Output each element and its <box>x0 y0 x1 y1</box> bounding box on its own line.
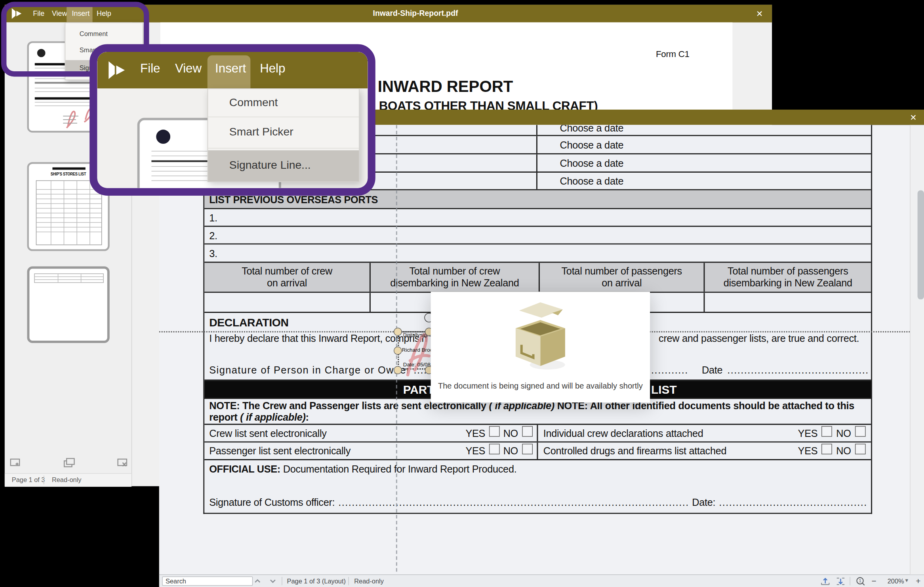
totals-header-cell: Total number of passengers on arrival <box>540 263 705 292</box>
resize-handle[interactable] <box>394 328 402 336</box>
divider <box>850 577 850 585</box>
form-number-label: Form C1 <box>656 49 690 59</box>
yes-checkbox[interactable] <box>821 444 832 454</box>
no-checkbox[interactable] <box>855 426 866 437</box>
divider <box>44 476 44 484</box>
official-use-label: OFFICIAL USE: <box>209 464 280 475</box>
declaration-dots: ........... <box>651 365 695 377</box>
yes-label: YES <box>465 446 485 457</box>
declaration-date-label: Date <box>702 365 722 377</box>
no-label: NO <box>836 446 851 457</box>
yes-checkbox[interactable] <box>489 444 500 454</box>
vertical-scrollbar[interactable] <box>910 125 924 574</box>
scrollbar-thumb[interactable] <box>918 191 924 299</box>
window-title: Inward-Ship-Report.pdf <box>373 9 458 17</box>
callout-menu-help: Help <box>260 61 285 76</box>
dialog-message: The document is being signed and will be… <box>431 381 650 390</box>
date-field[interactable]: Choose a date <box>560 140 623 152</box>
search-next-icon[interactable] <box>269 577 277 587</box>
zoom-level-label[interactable]: 200% <box>888 577 904 585</box>
customs-signature-label: Signature of Customs officer: <box>209 497 335 509</box>
copy-page-button[interactable] <box>63 457 76 472</box>
close-icon[interactable]: ✕ <box>756 9 763 18</box>
date-field[interactable]: Choose a date <box>560 175 623 187</box>
search-prev-icon[interactable] <box>253 577 262 587</box>
yes-label: YES <box>798 446 818 457</box>
totals-header-row: Total number of crew on arrival Total nu… <box>204 263 871 293</box>
banner-text-right: LIST <box>651 383 676 396</box>
actual-size-icon[interactable]: 1 <box>855 576 865 587</box>
zoom-in-button[interactable]: + <box>916 576 920 586</box>
checklist-label: Passenger list sent electronically <box>209 446 351 457</box>
resize-handle[interactable] <box>394 366 402 374</box>
no-label: NO <box>836 428 851 440</box>
callout-insert-dropdown: Comment Smart Picker Signature Line... <box>208 88 360 182</box>
fit-page-down-icon[interactable] <box>836 577 846 587</box>
page-status-label: Page 1 of 3 (Layout) <box>287 577 346 585</box>
port-row-number: 2. <box>209 231 217 242</box>
checklist-label: Crew list sent electronically <box>209 428 326 440</box>
close-icon[interactable]: ✕ <box>910 112 916 122</box>
app-logo-icon <box>107 59 130 83</box>
callout-menubar: File View Insert Help <box>97 52 368 88</box>
checklist-row: Crew list sent electronically YES NO Ind… <box>204 425 871 443</box>
delete-page-button[interactable] <box>117 457 130 472</box>
sidebar-readonly-badge: Read-only <box>52 476 82 483</box>
signer-name: Richard Brock <box>402 347 435 353</box>
callout-item-comment: Comment <box>229 96 278 109</box>
checklist-label: Controlled drugs and firearms list attac… <box>543 446 726 457</box>
callout-menu-view: View <box>175 61 202 76</box>
declaration-body-left: I hereby declare that this Inward Report… <box>209 333 427 345</box>
no-checkbox[interactable] <box>855 444 866 454</box>
no-label: NO <box>503 446 518 457</box>
callout-item-smart-picker: Smart Picker <box>229 126 293 139</box>
customs-signature-dots: ........................................… <box>338 497 688 509</box>
annotation-zoom-callout: File View Insert Help <box>90 44 375 196</box>
checklist-label: Individual crew declarations attached <box>543 428 703 440</box>
totals-header-cell: Total number of passengers disembarking … <box>705 263 871 292</box>
resize-handle[interactable] <box>394 347 402 355</box>
section-header-label: LIST PREVIOUS OVERSEAS PORTS <box>209 194 378 206</box>
page-thumbnail-3[interactable] <box>27 267 109 343</box>
add-page-button[interactable] <box>10 457 23 472</box>
official-use-section: OFFICIAL USE: Documentation Required for… <box>204 460 871 513</box>
port-row[interactable]: 3. <box>204 244 871 263</box>
yes-checkbox[interactable] <box>821 426 832 437</box>
port-row-number: 3. <box>209 248 217 260</box>
callout-menu-file: File <box>140 61 160 76</box>
divider <box>348 577 349 585</box>
report-title: INWARD REPORT <box>378 78 513 96</box>
note-italic: ( if applicable) <box>240 412 305 423</box>
search-input[interactable] <box>162 576 253 586</box>
fit-page-up-icon[interactable] <box>820 577 830 587</box>
svg-text:1: 1 <box>859 578 861 583</box>
port-row[interactable]: 2. <box>204 227 871 245</box>
banner-text-left: PART <box>403 383 434 396</box>
yes-checkbox[interactable] <box>489 426 500 437</box>
box-package-icon <box>505 300 576 379</box>
date-field[interactable]: Choose a date <box>560 158 623 170</box>
yes-label: YES <box>798 428 818 440</box>
date-field[interactable]: Choose a date <box>560 125 623 134</box>
customs-date-label: Date: <box>692 497 715 509</box>
customs-date-dots: ........................................… <box>719 497 866 509</box>
viewer-status-bar: Page 1 of 3 (Layout) Read-only 1 − 200% <box>159 575 924 587</box>
readonly-badge: Read-only <box>354 577 384 585</box>
port-row-number: 1. <box>209 213 217 225</box>
declaration-date-dots: ........................................… <box>727 365 867 377</box>
port-row[interactable]: 1. <box>204 209 871 227</box>
desktop: File View Insert Help Inward-Ship-Report… <box>0 0 924 587</box>
no-checkbox[interactable] <box>522 426 533 437</box>
signing-progress-dialog: The document is being signed and will be… <box>431 292 650 403</box>
zoom-dropdown-caret-icon[interactable]: ▾ <box>905 577 908 583</box>
sidebar-page-status: Page 1 of 3 <box>12 476 45 483</box>
note-section: NOTE: The Crew and Passenger lists are s… <box>204 399 871 425</box>
official-use-text: Documentation Required for Inward Report… <box>280 464 516 475</box>
note-text: : <box>306 412 309 423</box>
note-text: report <box>209 412 240 423</box>
sidebar-status: Page 1 of 3 Read-only <box>5 473 131 487</box>
no-checkbox[interactable] <box>522 444 533 454</box>
totals-header-cell: Total number of crew on arrival <box>204 263 371 292</box>
declaration-body-right: crew and passenger lists, are true and c… <box>659 333 859 345</box>
zoom-out-button[interactable]: − <box>872 576 876 586</box>
